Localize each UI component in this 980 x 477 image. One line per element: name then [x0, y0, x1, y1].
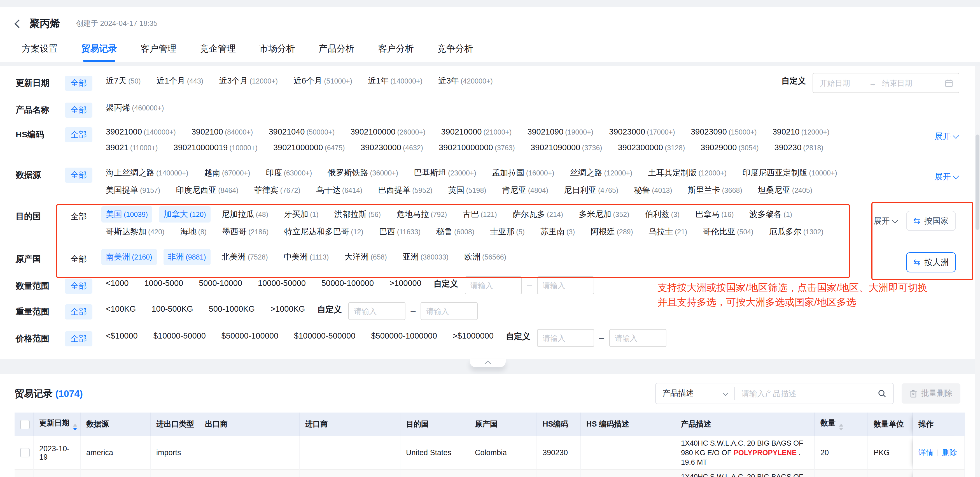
filter-option[interactable]: <1000 [101, 276, 133, 290]
filter-option[interactable]: 牙买加(1) [280, 206, 323, 223]
filter-option[interactable]: 39029000(3054) [696, 140, 763, 155]
filter-option[interactable]: 苏里南(3) [536, 223, 580, 240]
filter-option[interactable]: 特立尼达和多巴哥(12) [280, 223, 368, 240]
filter-all-chip[interactable]: 全部 [65, 305, 92, 319]
filter-option[interactable]: 大洋洲(658) [340, 249, 391, 265]
filter-option[interactable]: 印度尼西亚(8464) [171, 182, 243, 198]
filter-all-chip[interactable]: 全部 [65, 76, 92, 91]
quantity-min-input[interactable] [465, 276, 522, 294]
by-continent-toggle-button[interactable]: ⇆按大洲 [906, 252, 956, 273]
custom-range-label[interactable]: 自定义 [780, 73, 807, 89]
filter-option[interactable]: 390230(2818) [770, 140, 828, 155]
sort-asc-icon[interactable] [839, 424, 843, 426]
filter-option[interactable]: 北美洲(7528) [217, 249, 272, 265]
filter-option[interactable]: 乌拉圭(21) [644, 223, 692, 240]
filter-option[interactable]: 俄罗斯铁路(36000+) [323, 165, 402, 181]
filter-option[interactable]: 孟加拉国(16000+) [487, 165, 559, 181]
filter-option[interactable]: 100-500KG [147, 302, 197, 316]
filter-option[interactable]: 丝绸之路(12000+) [566, 165, 637, 181]
hs-expand-button[interactable]: 展开 [935, 131, 958, 142]
filter-option[interactable]: 3902100000(26000+) [346, 124, 430, 139]
filter-option[interactable]: 秘鲁(4013) [630, 182, 676, 198]
sort-asc-icon[interactable] [73, 424, 77, 426]
filter-option[interactable]: 聚丙烯(460000+) [101, 100, 169, 116]
filter-option[interactable]: 印度(63000+) [261, 165, 317, 181]
filter-option[interactable]: $100000-500000 [290, 329, 360, 343]
custom-range-label[interactable]: 自定义 [433, 276, 459, 292]
filter-option[interactable]: 土耳其定制版(12000+) [643, 165, 731, 181]
price-min-input[interactable] [537, 329, 594, 347]
filter-option[interactable]: 洪都拉斯(56) [330, 206, 385, 223]
filter-option[interactable]: 加拿大(120) [159, 206, 210, 223]
nav-tab[interactable]: 方案设置 [22, 38, 58, 62]
nav-tab[interactable]: 竞企管理 [200, 38, 236, 62]
row-checkbox[interactable] [20, 448, 30, 457]
nav-tab[interactable]: 产品分析 [319, 38, 355, 62]
filter-option[interactable]: 印度尼西亚定制版(10000+) [738, 165, 842, 181]
filter-option[interactable]: 390210000(21000+) [436, 124, 516, 139]
filter-option[interactable]: 非洲(9881) [163, 249, 210, 265]
price-max-input[interactable] [609, 329, 667, 347]
filter-all-chip[interactable]: 全部 [65, 279, 92, 294]
scrollbar-thumb[interactable] [975, 134, 980, 230]
filter-all-chip[interactable]: 全部 [65, 127, 92, 142]
filter-option[interactable]: 39021(11000+) [101, 140, 162, 155]
filter-option[interactable]: 39021040(50000+) [264, 124, 339, 139]
search-input[interactable] [735, 389, 878, 398]
filter-all-chip[interactable]: 全部 [65, 102, 92, 118]
filter-option[interactable]: 39021000(140000+) [101, 124, 180, 139]
filter-option[interactable]: 近6个月(51000+) [289, 73, 357, 89]
date-range-picker[interactable]: → [813, 73, 959, 93]
filter-option[interactable]: $500000-1000000 [366, 329, 441, 343]
filter-option[interactable]: <$10000 [101, 329, 142, 343]
filter-option[interactable]: 500-1000KG [204, 302, 259, 316]
filter-all-chip[interactable]: 全部 [65, 209, 92, 224]
filter-option[interactable]: 圭亚那(5) [485, 223, 529, 240]
search-category-select[interactable]: 产品描述 [656, 387, 735, 400]
filter-option[interactable]: 中美洲(1113) [279, 249, 334, 265]
filter-option[interactable]: 390230000(4632) [356, 140, 428, 155]
filter-option[interactable]: 390210(12000+) [768, 124, 834, 139]
filter-option[interactable]: 坦桑尼亚(2405) [754, 182, 817, 198]
filter-option[interactable]: 巴基斯坦(23000+) [409, 165, 481, 181]
filter-option[interactable]: 乌干达(6414) [312, 182, 367, 198]
filter-option[interactable]: 39023000(17000+) [605, 124, 679, 139]
sort-desc-icon[interactable] [73, 428, 77, 431]
weight-max-input[interactable] [420, 302, 478, 320]
col-update-date[interactable]: 更新日期 [33, 413, 81, 436]
filter-option[interactable]: 近7天(50) [101, 73, 145, 89]
by-country-toggle-button[interactable]: ⇆按国家 [906, 211, 956, 231]
filter-option[interactable]: 萨尔瓦多(214) [508, 206, 568, 223]
filter-option[interactable]: 哥伦比亚(504) [698, 223, 758, 240]
delete-link[interactable]: 删除 [942, 448, 957, 456]
filter-option[interactable]: 美国提单(9157) [101, 182, 165, 198]
filter-option[interactable]: $50000-100000 [217, 329, 283, 343]
detail-link[interactable]: 详情 [918, 448, 934, 456]
filter-option[interactable]: 亚洲(380033) [398, 249, 453, 265]
end-date-input[interactable] [881, 78, 927, 88]
filter-option[interactable]: 厄瓜多尔(1302) [765, 223, 828, 240]
col-quantity[interactable]: 数量 [815, 413, 868, 436]
batch-delete-button[interactable]: 批量删除 [902, 383, 960, 404]
data-source-expand-button[interactable]: 展开 [935, 172, 958, 182]
filter-option[interactable]: 39021090000(3736) [526, 140, 607, 155]
filter-option[interactable]: 39023090(15000+) [686, 124, 761, 139]
search-icon[interactable] [878, 389, 886, 398]
filter-option[interactable]: 近3年(420000+) [434, 73, 497, 89]
select-all-checkbox[interactable] [20, 420, 30, 429]
filter-option[interactable]: 南美洲(2160) [101, 249, 156, 265]
filter-option[interactable]: 肯尼亚(4804) [498, 182, 553, 198]
filter-option[interactable]: 尼加拉瓜(48) [217, 206, 273, 223]
filter-option[interactable]: 英国(5198) [444, 182, 490, 198]
filter-option[interactable]: 墨西哥(2186) [218, 223, 273, 240]
filter-option[interactable]: 近3个月(12000+) [215, 73, 282, 89]
custom-range-label[interactable]: 自定义 [505, 329, 531, 345]
filter-option[interactable]: 近1年(140000+) [363, 73, 427, 89]
filter-option[interactable]: 39021000000(6475) [269, 140, 350, 155]
filter-option[interactable]: 越南(67000+) [200, 165, 255, 181]
filter-option[interactable]: >1000KG [266, 302, 309, 316]
back-icon[interactable] [14, 19, 23, 28]
filter-option[interactable]: 390210000000(3763) [434, 140, 519, 155]
filter-option[interactable]: 伯利兹(3) [641, 206, 684, 223]
start-date-input[interactable] [819, 78, 865, 88]
